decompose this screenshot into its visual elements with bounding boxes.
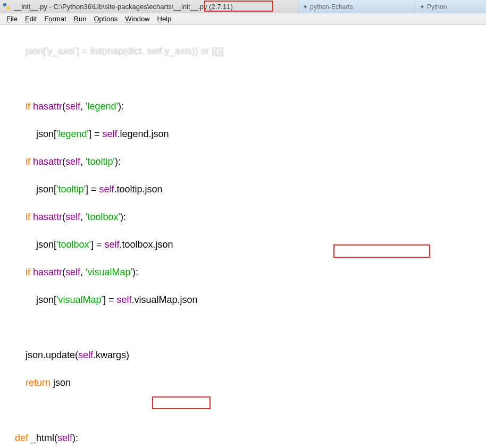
svg-rect-1 <box>6 6 10 10</box>
code-line <box>4 320 482 334</box>
background-tab-1[interactable]: ✦ python-Echarts <box>298 0 415 13</box>
code-line: json.update(self.kwargs) <box>4 348 482 362</box>
menu-file[interactable]: File <box>3 14 21 24</box>
menu-edit[interactable]: Edit <box>22 14 40 24</box>
code-line: json['legend'] = self.legend.json <box>4 127 482 141</box>
code-editor[interactable]: json['y_axis'] = list(map(dict, self.y_a… <box>0 25 486 448</box>
code-line: if hasattr(self, 'toolbox'): <box>4 210 482 224</box>
menu-format[interactable]: Format <box>41 14 69 24</box>
python-icon <box>2 2 11 11</box>
background-tab-2[interactable]: ✦ Python <box>415 0 486 13</box>
cut-off-line: json['y_axis'] = list(map(dict, self.y_a… <box>4 44 482 58</box>
code-line: if hasattr(self, 'visualMap'): <box>4 265 482 279</box>
menu-run[interactable]: Run <box>71 14 90 24</box>
title-bar: __init__.py - C:\Python36\Lib\site-packa… <box>0 0 486 13</box>
code-line: if hasattr(self, 'tooltip'): <box>4 155 482 168</box>
code-line <box>4 403 482 417</box>
svg-rect-0 <box>3 3 6 6</box>
menu-help[interactable]: Help <box>154 14 175 24</box>
menu-window[interactable]: Window <box>122 14 153 24</box>
code-line: return json <box>4 376 482 390</box>
code-line: json['tooltip'] = self.tooltip.json <box>4 182 482 196</box>
menu-bar: File Edit Format Run Options Window Help <box>0 13 486 25</box>
browser-icon: ✦ <box>420 3 425 11</box>
code-line <box>4 72 482 86</box>
code-line: if hasattr(self, 'legend'): <box>4 99 482 113</box>
code-line: json['toolbox'] = self.toolbox.json <box>4 238 482 251</box>
code-line: def _html(self): <box>4 431 482 445</box>
browser-icon: ✦ <box>303 3 308 11</box>
window-title: __init__.py - C:\Python36\Lib\site-packa… <box>14 3 233 11</box>
code-line: json['visualMap'] = self.visualMap.json <box>4 293 482 307</box>
menu-options[interactable]: Options <box>90 14 121 24</box>
